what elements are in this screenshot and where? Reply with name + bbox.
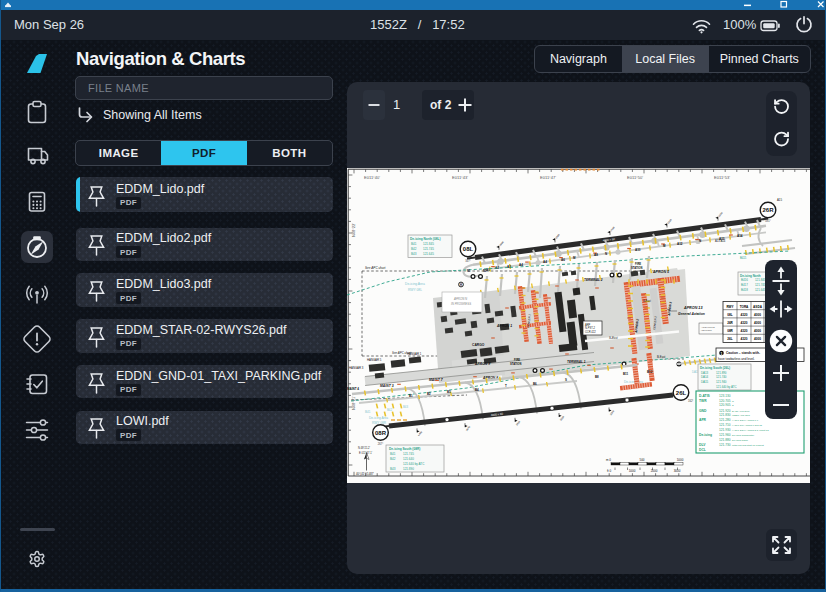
svg-text:HANGAR 1: HANGAR 1 <box>407 352 422 356</box>
svg-text:A6: A6 <box>561 258 565 262</box>
svg-text:E011°43': E011°43' <box>452 175 468 180</box>
svg-text:TORA: TORA <box>740 305 749 309</box>
svg-text:ft 0: ft 0 <box>607 469 612 473</box>
svg-text:B417: B417 <box>741 283 748 287</box>
svg-text:4000: 4000 <box>754 329 761 333</box>
svg-text:B12: B12 <box>647 370 653 374</box>
svg-text:De-icing South (08R): De-icing South (08R) <box>389 447 420 451</box>
svg-text:De-icing Area: De-icing Area <box>624 380 643 384</box>
svg-text:RWY 08R: RWY 08R <box>372 421 387 425</box>
svg-text:WEST APN OUT: WEST APN OUT <box>732 414 751 417</box>
svg-text:121.745: 121.745 <box>403 452 414 456</box>
svg-text:STATION: STATION <box>631 266 642 270</box>
svg-text:DCL: DCL <box>699 448 706 452</box>
svg-text:A15: A15 <box>777 198 782 202</box>
svg-text:A4: A4 <box>543 260 547 264</box>
svg-text:B11: B11 <box>623 372 629 376</box>
svg-text:APRON 9: APRON 9 <box>474 362 490 366</box>
svg-text:TWR: TWR <box>699 399 707 403</box>
svg-text:TERMINAL 2: TERMINAL 2 <box>584 278 603 282</box>
svg-text:4320: 4320 <box>741 337 748 341</box>
svg-text:B2: B2 <box>427 392 431 396</box>
svg-text:HANGAR 3: HANGAR 3 <box>349 366 364 370</box>
svg-text:121.920: 121.920 <box>719 409 731 413</box>
svg-text:APRON N: APRON N <box>453 297 468 301</box>
svg-text:CARGO: CARGO <box>472 343 485 347</box>
svg-text:A13 A14: A13 A14 <box>715 239 726 243</box>
svg-text:have towbarless and level-: have towbarless and level- <box>718 357 755 361</box>
svg-text:121.645: 121.645 <box>423 252 434 256</box>
svg-text:RWY: RWY <box>726 305 734 309</box>
svg-text:A14: A14 <box>737 234 743 238</box>
svg-text:121.710: 121.710 <box>719 423 731 427</box>
svg-text:1000: 1000 <box>629 469 636 473</box>
svg-text:D-ATIS: D-ATIS <box>699 394 711 398</box>
svg-text:EAST APN OUT: EAST APN OUT <box>732 410 750 413</box>
svg-text:DLV: DLV <box>699 443 706 447</box>
svg-text:267°: 267° <box>378 442 383 446</box>
svg-text:B42: B42 <box>390 457 396 461</box>
svg-text:De-icing Coordinator: De-icing Coordinator <box>732 434 754 437</box>
svg-text:B6: B6 <box>533 382 537 386</box>
svg-text:347°: 347° <box>465 259 470 263</box>
svg-text:120.705: 120.705 <box>719 399 731 403</box>
svg-text:APRON 5: APRON 5 <box>652 270 670 274</box>
svg-text:121.745: 121.745 <box>423 247 434 251</box>
svg-text:4320: 4320 <box>741 329 748 333</box>
svg-text:ASDA: ASDA <box>753 305 763 309</box>
svg-text:S-East: S-East <box>609 336 618 340</box>
svg-text:MAINT 4: MAINT 4 <box>347 387 359 391</box>
svg-text:121.940: 121.940 <box>716 380 727 384</box>
svg-text:(ACFT 2/3/4) Aprons 1-6: (ACFT 2/3/4) Aprons 1-6 <box>732 419 759 422</box>
svg-text:121.880: 121.880 <box>719 438 731 442</box>
svg-text:B43: B43 <box>403 405 408 409</box>
svg-text:N48°22': N48°22' <box>351 223 356 237</box>
svg-text:26L: 26L <box>676 390 687 396</box>
svg-text:CCR 422: CCR 422 <box>585 330 596 334</box>
svg-text:A1: A1 <box>486 268 490 272</box>
svg-text:GND: GND <box>699 409 707 413</box>
svg-text:120.905: 120.905 <box>719 403 731 407</box>
svg-text:B41: B41 <box>365 410 371 414</box>
svg-text:B418: B418 <box>741 288 748 292</box>
svg-text:121.960: 121.960 <box>719 433 731 437</box>
svg-text:121.830: 121.830 <box>719 413 731 417</box>
svg-text:4000: 4000 <box>754 321 761 325</box>
svg-text:N 48°21.2': N 48°21.2' <box>358 446 371 450</box>
svg-text:De-icing North: De-icing North <box>740 274 761 278</box>
svg-text:N1: N1 <box>467 269 471 273</box>
svg-text:B415: B415 <box>740 256 747 260</box>
svg-text:De-icing Area: De-icing Area <box>405 282 425 286</box>
svg-text:121.845: 121.845 <box>423 242 434 246</box>
svg-text:E011°47': E011°47' <box>540 175 556 180</box>
svg-text:1000: 1000 <box>677 458 684 462</box>
svg-text:(ACFT 2/3/4) Aprons 2-5, Maint: (ACFT 2/3/4) Aprons 2-5, Maint 13 <box>732 429 769 432</box>
svg-text:A8: A8 <box>594 253 598 257</box>
svg-text:121.640: 121.640 <box>403 457 414 461</box>
svg-text:121.640 by ATC: 121.640 by ATC <box>716 385 737 389</box>
svg-text:A10: A10 <box>635 248 641 252</box>
svg-text:MAINT 3: MAINT 3 <box>380 384 394 388</box>
svg-text:26R: 26R <box>727 321 733 325</box>
svg-text:4320: 4320 <box>741 313 748 317</box>
svg-text:IN PROGRESS: IN PROGRESS <box>451 302 471 306</box>
svg-text:N: N <box>605 252 607 256</box>
svg-text:FIRE: FIRE <box>635 262 641 266</box>
svg-text:162°: 162° <box>688 399 693 403</box>
svg-text:APRON 1: APRON 1 <box>496 324 512 328</box>
svg-text:08L: 08L <box>463 246 474 252</box>
svg-text:initial call and start-up requ: initial call and start-up request <box>732 444 764 447</box>
svg-text:S: S <box>565 378 567 382</box>
svg-text:123.130: 123.130 <box>719 394 731 398</box>
svg-text:08R: 08R <box>727 329 733 333</box>
svg-text:081°: 081° <box>765 219 770 223</box>
svg-text:B43: B43 <box>411 252 417 256</box>
svg-text:STATION: STATION <box>510 362 521 366</box>
svg-text:AIRSHUTTLE: AIRSHUTTLE <box>701 326 715 328</box>
svg-text:De-icing Area: De-icing Area <box>369 416 388 420</box>
svg-text:121.280: 121.280 <box>719 418 731 422</box>
svg-text:26L: 26L <box>727 337 732 341</box>
svg-text:DA14: DA14 <box>701 375 709 379</box>
svg-text:B416: B416 <box>741 278 748 282</box>
svg-text:m 0: m 0 <box>606 458 611 462</box>
